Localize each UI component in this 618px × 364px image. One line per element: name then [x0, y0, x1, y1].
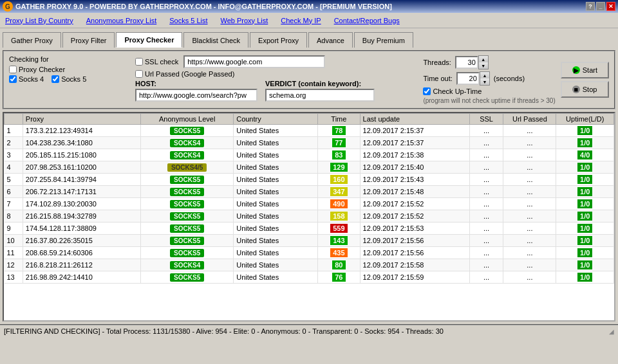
- cell-time: 129: [318, 161, 360, 174]
- cell-country: United States: [234, 161, 318, 174]
- cell-uptime: 1/0: [556, 210, 614, 223]
- proxy-checker-checkbox[interactable]: [9, 66, 17, 73]
- menu-web-proxy-list[interactable]: Web Proxy List: [221, 17, 268, 24]
- table-row[interactable]: 12 216.8.218.211:26112 SOCKS4 United Sta…: [5, 259, 614, 271]
- table-row[interactable]: 7 174.102.89.130:20030 SOCKS5 United Sta…: [5, 198, 614, 210]
- app-logo: G: [3, 1, 13, 12]
- host-input[interactable]: [135, 89, 258, 102]
- proxy-table: Proxy Anonymous Level Country Time Last …: [4, 113, 614, 284]
- verdict-input[interactable]: [265, 89, 375, 102]
- cell-update: 12.09.2017 2:15:43: [360, 174, 469, 186]
- cell-uptime: 1/0: [556, 271, 614, 284]
- table-row[interactable]: 9 174.54.128.117:38809 SOCKS5 United Sta…: [5, 223, 614, 235]
- tab-export-proxy[interactable]: Export Proxy: [250, 32, 307, 48]
- cell-proxy: 208.68.59.214:60306: [23, 247, 140, 259]
- ssl-check-checkbox[interactable]: [135, 58, 143, 66]
- threads-up-button[interactable]: ▲: [479, 56, 488, 62]
- cell-ssl: ...: [469, 174, 503, 186]
- cell-num: 3: [5, 149, 23, 161]
- table-row[interactable]: 8 216.215.88.194:32789 SOCKS5 United Sta…: [5, 210, 614, 223]
- tab-buy-premium[interactable]: Buy Premium: [354, 32, 413, 48]
- socks5-checkbox-label[interactable]: Socks 5: [52, 75, 86, 83]
- url-passed-checkbox[interactable]: [135, 70, 143, 78]
- check-uptime-checkbox-label[interactable]: Check Up-Time: [423, 87, 482, 95]
- proxy-table-body: 1 173.3.212.123:49314 SOCKS5 United Stat…: [5, 125, 614, 284]
- tab-proxy-filter[interactable]: Proxy Filter: [62, 32, 115, 48]
- ssl-check-checkbox-label[interactable]: SSL check: [135, 58, 178, 66]
- timeout-label: Time out:: [423, 75, 452, 82]
- statusbar: [FILTERING AND CHECKING] - Total Process…: [0, 324, 618, 337]
- minimize-button[interactable]: _: [596, 2, 605, 11]
- cell-uptime: 1/0: [556, 198, 614, 210]
- cell-proxy: 216.98.89.242:14410: [23, 271, 140, 284]
- check-uptime-checkbox[interactable]: [423, 87, 431, 95]
- table-row[interactable]: 6 206.72.213.147:17131 SOCKS5 United Sta…: [5, 186, 614, 198]
- tab-blacklist-check[interactable]: Blacklist Check: [183, 32, 248, 48]
- table-header-row: Proxy Anonymous Level Country Time Last …: [5, 114, 614, 125]
- table-row[interactable]: 4 207.98.253.161:10200 SOCKS4/5 United S…: [5, 161, 614, 174]
- col-header-proxy: Proxy: [23, 114, 140, 125]
- timeout-spin-buttons[interactable]: ▲ ▼: [480, 71, 490, 86]
- proxy-table-container[interactable]: Proxy Anonymous Level Country Time Last …: [3, 112, 615, 322]
- cell-ssl: ...: [469, 149, 503, 161]
- socks4-checkbox-label[interactable]: Socks 4: [9, 75, 44, 83]
- ssl-check-url-input[interactable]: [183, 55, 325, 68]
- threads-spinbox[interactable]: ▲ ▼: [455, 55, 489, 69]
- threads-label: Threads:: [423, 59, 451, 66]
- threads-down-button[interactable]: ▼: [479, 62, 488, 69]
- cell-time: 78: [318, 125, 360, 137]
- timeout-input[interactable]: [456, 72, 480, 85]
- col-header-anon: Anonymous Level: [141, 114, 234, 125]
- cell-proxy: 216.215.88.194:32789: [23, 210, 140, 223]
- table-row[interactable]: 5 207.255.84.141:39794 SOCKS5 United Sta…: [5, 174, 614, 186]
- start-button[interactable]: ▶ Start: [561, 62, 609, 78]
- cell-urlpassed: ...: [503, 125, 556, 137]
- cell-anon: SOCKS5: [141, 125, 234, 137]
- checking-panel: Checking for Proxy Checker Socks 4 Socks…: [3, 50, 615, 109]
- help-button[interactable]: ?: [586, 2, 595, 11]
- timeout-spinbox[interactable]: ▲ ▼: [456, 71, 490, 86]
- verdict-label: VERDICT (contain keyword):: [265, 80, 375, 87]
- tab-advance[interactable]: Advance: [308, 32, 353, 48]
- table-row[interactable]: 10 216.37.80.226:35015 SOCKS5 United Sta…: [5, 235, 614, 247]
- checking-options-center: SSL check Url Passed (Google Passed) HOS…: [130, 55, 418, 104]
- socks5-checkbox[interactable]: [52, 75, 59, 83]
- cell-urlpassed: ...: [503, 186, 556, 198]
- url-passed-checkbox-label[interactable]: Url Passed (Google Passed): [135, 70, 234, 78]
- cell-country: United States: [234, 259, 318, 271]
- table-row[interactable]: 3 205.185.115.215:1080 SOCKS4 United Sta…: [5, 149, 614, 161]
- titlebar-left: G GATHER PROXY 9.0 - POWERED BY GATHERPR…: [3, 1, 392, 12]
- table-row[interactable]: 1 173.3.212.123:49314 SOCKS5 United Stat…: [5, 125, 614, 137]
- proxy-checker-checkbox-label[interactable]: Proxy Checker: [9, 66, 65, 73]
- tab-proxy-checker[interactable]: Proxy Checker: [116, 32, 182, 48]
- menu-socks5-list[interactable]: Socks 5 List: [169, 17, 207, 24]
- cell-time: 143: [318, 235, 360, 247]
- titlebar-buttons: ? _ ✕: [586, 2, 615, 11]
- menu-proxy-list-by-country[interactable]: Proxy List By Country: [5, 17, 73, 24]
- threads-spin-buttons[interactable]: ▲ ▼: [478, 55, 489, 69]
- cell-country: United States: [234, 198, 318, 210]
- cell-proxy: 174.54.128.117:38809: [23, 223, 140, 235]
- cell-proxy: 216.8.218.211:26112: [23, 259, 140, 271]
- cell-time: 160: [318, 174, 360, 186]
- timeout-up-button[interactable]: ▲: [480, 72, 489, 78]
- table-row[interactable]: 2 104.238.236.34:1080 SOCKS4 United Stat…: [5, 137, 614, 149]
- timeout-down-button[interactable]: ▼: [480, 78, 489, 85]
- cell-proxy: 207.98.253.161:10200: [23, 161, 140, 174]
- cell-uptime: 1/0: [556, 186, 614, 198]
- table-row[interactable]: 11 208.68.59.214:60306 SOCKS5 United Sta…: [5, 247, 614, 259]
- threads-input[interactable]: [455, 56, 478, 69]
- tab-gather-proxy[interactable]: Gather Proxy: [3, 32, 61, 48]
- cell-time: 559: [318, 223, 360, 235]
- menu-anonymous-proxy-list[interactable]: Anonymous Proxy List: [86, 17, 156, 24]
- table-row[interactable]: 13 216.98.89.242:14410 SOCKS5 United Sta…: [5, 271, 614, 284]
- cell-update: 12.09.2017 2:15:52: [360, 210, 469, 223]
- resize-grip-icon[interactable]: ◢: [609, 328, 614, 335]
- stop-button[interactable]: ■ Stop: [561, 81, 609, 98]
- close-button[interactable]: ✕: [606, 2, 615, 11]
- cell-ssl: ...: [469, 235, 503, 247]
- socks4-checkbox[interactable]: [9, 75, 17, 83]
- menu-check-my-ip[interactable]: Check My IP: [281, 17, 321, 24]
- cell-num: 10: [5, 235, 23, 247]
- menu-contact-report-bugs[interactable]: Contact/Report Bugs: [334, 17, 400, 24]
